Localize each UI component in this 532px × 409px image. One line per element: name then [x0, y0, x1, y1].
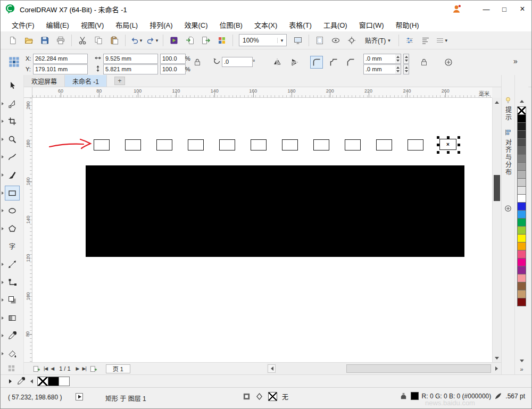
menu-item-text[interactable]: 文本(X)	[248, 18, 283, 31]
tool-interactive-fill[interactable]	[5, 346, 20, 361]
color-swatch[interactable]	[517, 210, 526, 219]
toolbar-copy-button[interactable]	[91, 33, 106, 47]
color-swatch[interactable]	[517, 274, 526, 282]
snap-to-button[interactable]: 贴齐(T)▾	[361, 34, 394, 47]
mirror-horizontal-button[interactable]	[271, 56, 284, 69]
menu-item-view[interactable]: 视图(V)	[75, 18, 110, 31]
toolbar-search-content-button[interactable]	[167, 33, 181, 47]
toolbox-customize-icon[interactable]	[7, 364, 15, 372]
black-rectangle-object[interactable]	[86, 165, 464, 257]
corner-radius-stepper-1[interactable]	[403, 54, 409, 64]
last-page-button[interactable]: ▶|	[82, 366, 86, 371]
toolbar-redo-button[interactable]: ▾	[145, 33, 160, 47]
rotation-angle-input[interactable]: .0	[222, 57, 253, 67]
vertical-scrollbar[interactable]	[492, 98, 501, 362]
add-page-icon[interactable]	[32, 365, 40, 373]
scroll-up-button[interactable]	[493, 98, 501, 106]
previous-page-button[interactable]: ◀	[51, 366, 54, 371]
y-position-input[interactable]: 179.101 mm	[33, 64, 88, 74]
toolbar-undo-button[interactable]: ▾	[129, 33, 144, 47]
toolbar-new-document-button[interactable]	[5, 33, 20, 47]
toolbar-snap-target-button[interactable]	[344, 33, 359, 47]
tool-shape[interactable]	[5, 96, 20, 111]
corner-radius-input-2[interactable]: .0 mm	[363, 64, 396, 74]
status-flyout-icon[interactable]	[75, 393, 84, 401]
document-palette-flyout-icon[interactable]	[9, 379, 14, 383]
toolbar-overflow-button[interactable]: ▾	[434, 33, 449, 47]
horizontal-scroll-thumb[interactable]	[346, 364, 491, 373]
close-button[interactable]: ×	[513, 2, 531, 16]
color-swatch[interactable]	[517, 186, 526, 195]
maximize-button[interactable]: □	[495, 2, 513, 16]
color-swatch[interactable]	[517, 266, 526, 274]
toolbar-export-button[interactable]	[198, 33, 213, 47]
toolbar-fullscreen-preview-button[interactable]	[290, 33, 305, 47]
rectangle-object[interactable]	[94, 139, 110, 151]
chamfered-corner-button[interactable]	[344, 56, 357, 69]
color-swatch[interactable]	[517, 114, 526, 123]
tool-color-eyedropper[interactable]	[5, 328, 20, 343]
color-swatch[interactable]	[48, 377, 59, 386]
toolbar-open-folder-button[interactable]	[21, 33, 36, 47]
color-swatch[interactable]	[517, 122, 526, 131]
selection-handle[interactable]	[458, 136, 460, 139]
color-swatch[interactable]	[517, 298, 526, 306]
property-bar-overflow-button[interactable]: »	[513, 57, 518, 65]
menu-item-layout[interactable]: 布局(L)	[110, 18, 144, 31]
corner-radius-stepper-2[interactable]	[403, 64, 409, 74]
palette-flyout-button[interactable]: »	[515, 366, 528, 372]
rectangle-object[interactable]	[282, 139, 298, 151]
minimize-button[interactable]: —	[477, 2, 495, 16]
vertical-ruler[interactable]: 2001801601401201008060	[24, 98, 32, 362]
color-swatch[interactable]	[517, 234, 526, 243]
horizontal-ruler[interactable]: 毫米 6080100120140160180200220240260	[32, 87, 492, 98]
document-tab-untitled-1[interactable]: 未命名 -1	[65, 75, 107, 87]
scroll-left-button[interactable]	[268, 364, 276, 373]
toolbar-print-button[interactable]	[53, 33, 68, 47]
canvas[interactable]: ×	[32, 98, 492, 362]
rectangle-object[interactable]	[219, 139, 235, 151]
lock-ratio-button[interactable]	[191, 56, 204, 69]
page-tab[interactable]: 页 1	[106, 364, 130, 373]
rectangle-object[interactable]	[313, 139, 329, 151]
selected-rectangle-object[interactable]: ×	[439, 139, 456, 150]
zoom-level-select[interactable]: 100%▾	[239, 34, 287, 46]
tool-zoom[interactable]	[5, 132, 20, 147]
corner-radius-input-1[interactable]: .0 mm	[363, 54, 396, 64]
rectangle-object[interactable]	[251, 139, 267, 151]
color-swatch[interactable]	[517, 138, 526, 147]
tool-connector[interactable]	[5, 275, 20, 290]
menu-item-effects[interactable]: 效果(C)	[179, 18, 214, 31]
menu-item-file[interactable]: 文件(F)	[6, 18, 40, 31]
selection-handle[interactable]	[447, 136, 450, 139]
color-swatch[interactable]	[517, 194, 526, 203]
no-fill-swatch[interactable]	[268, 392, 277, 401]
toolbar-cut-button[interactable]	[75, 33, 90, 47]
toolbar-paste-button[interactable]	[107, 33, 122, 47]
tool-artistic-media[interactable]	[5, 168, 20, 182]
insert-page-icon[interactable]	[89, 365, 97, 373]
corner-radius-spinner-2[interactable]	[395, 64, 401, 74]
first-page-button[interactable]: |◀	[44, 366, 47, 371]
color-swatch[interactable]	[517, 282, 526, 290]
rectangle-object[interactable]	[188, 139, 204, 151]
ruler-origin[interactable]	[24, 87, 32, 98]
document-tab-welcome[interactable]: 欢迎屏幕	[24, 75, 65, 87]
eyedropper-icon[interactable]	[17, 377, 25, 385]
color-swatch[interactable]	[517, 242, 526, 251]
color-swatch[interactable]	[517, 290, 526, 298]
color-swatch[interactable]	[517, 154, 526, 163]
toolbar-options-button[interactable]	[402, 33, 417, 47]
rectangle-object[interactable]	[408, 139, 423, 151]
menu-item-window[interactable]: 窗口(W)	[353, 18, 390, 31]
color-swatch[interactable]	[59, 377, 70, 386]
docker-tab-align-distribute[interactable]: 对齐与分布	[504, 129, 513, 176]
tool-crop[interactable]	[5, 114, 20, 129]
scroll-down-button[interactable]	[493, 354, 501, 362]
relative-corner-button[interactable]	[442, 56, 455, 69]
account-icon[interactable]	[452, 4, 461, 14]
tool-drop-shadow[interactable]	[5, 293, 20, 307]
menu-item-bitmaps[interactable]: 位图(B)	[214, 18, 248, 31]
menu-item-tools[interactable]: 工具(O)	[318, 18, 353, 31]
outline-color-swatch[interactable]	[411, 392, 419, 400]
